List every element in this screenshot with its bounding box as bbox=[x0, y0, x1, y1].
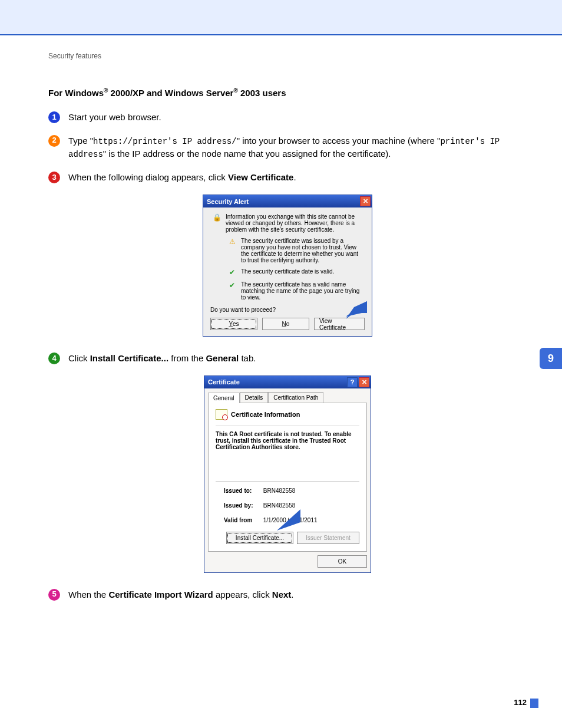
page-number-accent bbox=[530, 699, 538, 708]
dialog-titlebar: Security Alert ✕ bbox=[203, 195, 372, 207]
proceed-question: Do you want to proceed? bbox=[210, 307, 365, 313]
svg-marker-2 bbox=[277, 509, 300, 531]
step-badge-5: 5 bbox=[48, 589, 60, 601]
heading-part: 2003 users bbox=[238, 88, 286, 98]
text: " into your browser to access your machi… bbox=[237, 136, 441, 146]
close-icon[interactable]: ✕ bbox=[359, 377, 369, 387]
text: tab. bbox=[239, 353, 256, 363]
text: Click bbox=[68, 353, 90, 363]
text: . bbox=[291, 589, 293, 599]
step-badge-3: 3 bbox=[48, 172, 60, 183]
no-button[interactable]: No bbox=[262, 318, 309, 330]
lock-warning-icon: 🔒 bbox=[210, 213, 223, 222]
alert-warning-text: The security certificate was issued by a… bbox=[241, 238, 365, 263]
bold-label: Certificate Import Wizard bbox=[108, 589, 213, 599]
text: " is the IP address or the node name tha… bbox=[103, 149, 391, 159]
yes-button[interactable]: Yes bbox=[210, 318, 257, 330]
security-alert-dialog: Security Alert ✕ 🔒 Information you excha… bbox=[203, 195, 372, 337]
callout-arrow-icon bbox=[346, 301, 367, 319]
view-certificate-button[interactable]: View Certificate bbox=[314, 318, 365, 330]
heading-part: 2000/XP and Windows Server bbox=[108, 88, 233, 98]
issued-by-label: Issued by: bbox=[224, 502, 262, 509]
text: When the bbox=[68, 589, 108, 599]
chapter-side-tab: 9 bbox=[540, 348, 562, 369]
alert-intro-text: Information you exchange with this site … bbox=[226, 213, 365, 233]
text: Type " bbox=[68, 136, 93, 146]
help-icon[interactable]: ? bbox=[347, 377, 358, 387]
alert-ok2-text: The security certificate has a valid nam… bbox=[241, 281, 365, 301]
step-5-text: When the Certificate Import Wizard appea… bbox=[68, 588, 294, 601]
step-badge-4: 4 bbox=[48, 353, 60, 364]
check-ok-icon: ✔ bbox=[226, 281, 239, 289]
text: When the following dialog appears, click bbox=[68, 172, 228, 182]
bold-label: Next bbox=[272, 589, 292, 599]
warning-icon: ⚠ bbox=[226, 238, 239, 246]
close-icon[interactable]: ✕ bbox=[360, 196, 371, 206]
dialog-title: Security Alert bbox=[207, 198, 249, 205]
issuer-statement-button[interactable]: Issuer Statement bbox=[297, 532, 359, 544]
bold-label: General bbox=[206, 353, 239, 363]
step-1-text: Start your web browser. bbox=[68, 111, 161, 124]
certificate-dialog: Certificate ? ✕ General Details Certific… bbox=[204, 375, 371, 573]
text: appears, click bbox=[213, 589, 272, 599]
registered-mark: ® bbox=[233, 87, 237, 94]
step-3-text: When the following dialog appears, click… bbox=[68, 171, 296, 184]
section-heading: For Windows® 2000/XP and Windows Server®… bbox=[48, 87, 527, 98]
callout-arrow-icon bbox=[277, 509, 300, 531]
check-ok-icon: ✔ bbox=[226, 268, 239, 276]
alert-ok1-text: The security certificate date is valid. bbox=[241, 268, 365, 275]
issued-to-label: Issued to: bbox=[224, 487, 262, 494]
dialog-titlebar: Certificate ? ✕ bbox=[204, 376, 371, 388]
text: . bbox=[293, 172, 296, 182]
step-badge-1: 1 bbox=[48, 111, 60, 123]
text: from the bbox=[168, 353, 206, 363]
tab-details[interactable]: Details bbox=[240, 392, 269, 403]
valid-from-label: Valid from bbox=[224, 517, 262, 523]
top-header-band bbox=[0, 0, 562, 35]
tab-general[interactable]: General bbox=[208, 393, 240, 403]
install-certificate-button[interactable]: Install Certificate... bbox=[226, 532, 293, 544]
issued-by-value: BRN482558 bbox=[263, 502, 295, 509]
svg-marker-1 bbox=[346, 301, 367, 317]
certificate-warning-icon bbox=[216, 409, 227, 420]
bold-label: View Certificate bbox=[228, 172, 293, 182]
issued-to-value: BRN482558 bbox=[263, 487, 295, 494]
code-url: https://printer's IP address/ bbox=[93, 137, 237, 146]
breadcrumb: Security features bbox=[48, 52, 527, 60]
step-4-text: Click Install Certificate... from the Ge… bbox=[68, 352, 256, 365]
step-2-text: Type "https://printer's IP address/" int… bbox=[68, 134, 527, 161]
bold-label: Install Certificate... bbox=[90, 353, 168, 363]
step-badge-2: 2 bbox=[48, 135, 60, 147]
heading-part: For Windows bbox=[48, 88, 104, 98]
tab-certification-path[interactable]: Certification Path bbox=[268, 392, 323, 403]
page-number: 112 bbox=[514, 698, 527, 707]
dialog-title: Certificate bbox=[208, 378, 240, 386]
certificate-trust-message: This CA Root certificate is not trusted.… bbox=[216, 431, 359, 450]
certificate-info-heading: Certificate Information bbox=[231, 411, 300, 418]
ok-button[interactable]: OK bbox=[318, 555, 367, 568]
